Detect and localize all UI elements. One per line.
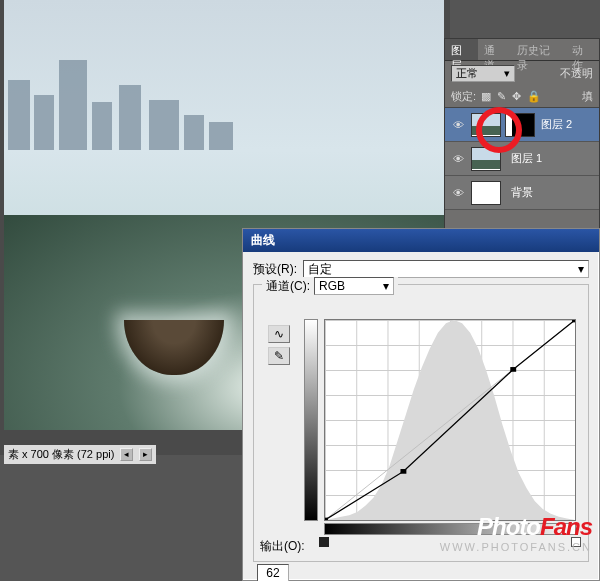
chevron-down-icon: ▾	[383, 279, 389, 293]
visibility-toggle[interactable]: 👁	[449, 153, 467, 165]
output-value-input[interactable]: 62	[257, 564, 289, 581]
fill-label: 填	[582, 89, 593, 104]
curves-grid[interactable]	[324, 319, 576, 521]
layer-thumb[interactable]	[471, 113, 501, 137]
chevron-down-icon: ▾	[578, 262, 584, 276]
output-label: 输出(O):	[260, 538, 305, 555]
zoom-status: 素 x 700 像素 (72 ppi)	[8, 447, 114, 462]
layers-panel: 图层 通道 历史记录 动作 正常▾ 不透明 锁定: ▩ ✎ ✥ 🔒 填 👁 图层…	[444, 38, 600, 248]
blend-mode-select[interactable]: 正常▾	[451, 65, 515, 82]
preset-select[interactable]: 自定▾	[303, 260, 589, 278]
lock-label: 锁定:	[451, 89, 476, 104]
scroll-left-button[interactable]: ◂	[120, 448, 133, 461]
svg-rect-1	[325, 518, 328, 520]
curve-line[interactable]	[325, 320, 575, 520]
curve-tool-button[interactable]: ∿	[268, 325, 290, 343]
black-point-handle[interactable]	[319, 537, 329, 547]
preset-label: 预设(R):	[253, 261, 297, 278]
output-gradient	[304, 319, 318, 521]
lock-position-icon[interactable]: ✥	[512, 90, 521, 103]
visibility-toggle[interactable]: 👁	[449, 119, 467, 131]
watermark: PhotoFans WWW.PHOTOFANS.CN	[440, 513, 592, 553]
visibility-toggle[interactable]: 👁	[449, 187, 467, 199]
pencil-tool-button[interactable]: ✎	[268, 347, 290, 365]
layer-name[interactable]: 图层 1	[511, 151, 542, 166]
tab-layers[interactable]: 图层	[445, 39, 478, 60]
layer-name[interactable]: 背景	[511, 185, 533, 200]
channel-select[interactable]: RGB▾	[314, 277, 394, 295]
svg-rect-4	[572, 320, 575, 322]
curves-title: 曲线	[243, 229, 599, 252]
lock-transparency-icon[interactable]: ▩	[481, 90, 491, 103]
channel-label: 通道(C):	[266, 278, 310, 295]
tab-channels[interactable]: 通道	[478, 39, 511, 60]
opacity-label: 不透明	[560, 66, 593, 81]
layer-name[interactable]: 图层 2	[541, 117, 572, 132]
scroll-right-button[interactable]: ▸	[139, 448, 152, 461]
layer-thumb[interactable]	[471, 181, 501, 205]
tab-actions[interactable]: 动作	[566, 39, 599, 60]
layer-thumb[interactable]	[471, 147, 501, 171]
tab-history[interactable]: 历史记录	[511, 39, 565, 60]
chevron-down-icon: ▾	[504, 67, 510, 80]
layer-mask-thumb[interactable]	[505, 113, 535, 137]
svg-rect-2	[400, 469, 406, 474]
lock-paint-icon[interactable]: ✎	[497, 90, 506, 103]
lock-all-icon[interactable]: 🔒	[527, 90, 541, 103]
layer-row[interactable]: 👁 背景	[445, 176, 599, 210]
layer-row[interactable]: 👁 图层 2	[445, 108, 599, 142]
svg-rect-3	[510, 367, 516, 372]
layer-row[interactable]: 👁 图层 1	[445, 142, 599, 176]
